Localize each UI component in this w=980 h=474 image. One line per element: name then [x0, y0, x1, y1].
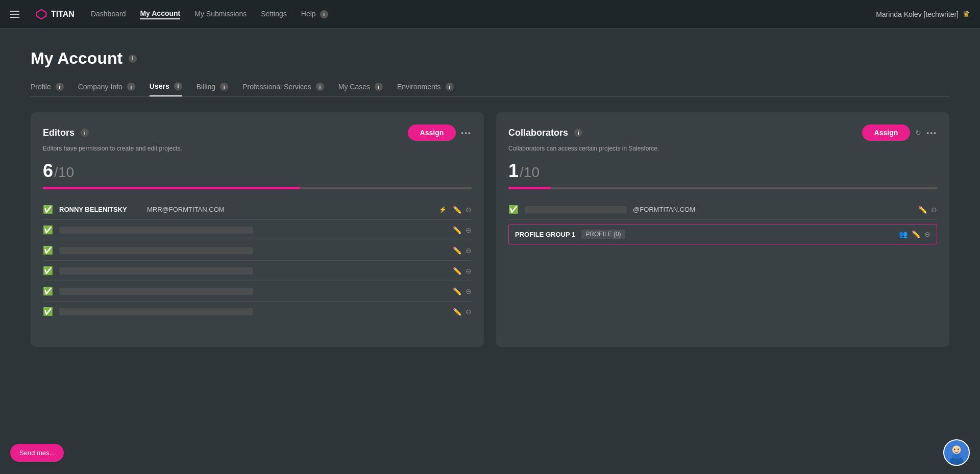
tab-billing[interactable]: Billing i: [197, 82, 228, 96]
tab-cases-info[interactable]: i: [375, 83, 383, 91]
collaborators-progress-bg: [508, 187, 937, 189]
editor-row-3: ✅ ✏️ ⊖: [43, 240, 472, 261]
editor-edit-6[interactable]: ✏️: [453, 308, 461, 316]
editor-remove-1[interactable]: ⊖: [465, 206, 472, 214]
nav-my-submissions[interactable]: My Submissions: [194, 10, 247, 19]
tab-company-info[interactable]: Company Info i: [78, 82, 135, 96]
nav-dashboard[interactable]: Dashboard: [91, 10, 126, 19]
collaborators-total: /10: [520, 164, 540, 181]
editor-blurred-3: [59, 247, 253, 254]
collaborators-title-row: Collaborators i: [508, 128, 582, 138]
page-title-info-icon[interactable]: i: [129, 55, 137, 63]
tab-env-info[interactable]: i: [446, 83, 454, 91]
tab-company-info-icon[interactable]: i: [127, 83, 135, 91]
editor-edit-4[interactable]: ✏️: [453, 267, 461, 275]
lightning-icon-1: ⚡: [439, 206, 447, 213]
editors-description: Editors have permission to create and ed…: [43, 145, 472, 152]
check-icon-5: ✅: [43, 286, 53, 296]
svg-rect-4: [953, 454, 961, 459]
collab-check-1: ✅: [508, 205, 519, 214]
editors-title-row: Editors i: [43, 128, 89, 138]
collaborators-title: Collaborators: [508, 128, 568, 138]
tab-billing-info[interactable]: i: [220, 83, 228, 91]
top-navigation: TITAN Dashboard My Account My Submission…: [0, 0, 980, 29]
check-icon-3: ✅: [43, 245, 53, 255]
nav-my-account[interactable]: My Account: [140, 9, 180, 19]
editors-header: Editors i Assign: [43, 124, 472, 141]
profile-group-remove-btn[interactable]: ⊖: [924, 230, 930, 238]
editor-edit-1[interactable]: ✏️: [453, 206, 461, 214]
editor-name-1: RONNY BELENITSKY: [59, 206, 141, 213]
editor-actions-1: ✏️ ⊖: [453, 206, 472, 214]
help-avatar[interactable]: [943, 439, 970, 466]
user-name: Marinda Kolev [techwriter]: [876, 10, 959, 18]
profile-group-actions-1: 👥 ✏️ ⊖: [899, 230, 930, 238]
editor-edit-5[interactable]: ✏️: [453, 287, 461, 295]
nav-links: Dashboard My Account My Submissions Sett…: [91, 9, 860, 19]
svg-point-6: [958, 448, 959, 450]
svg-marker-0: [37, 9, 46, 18]
collaborators-refresh-button[interactable]: ↻: [915, 129, 921, 137]
collaborators-assign-button[interactable]: Assign: [862, 124, 911, 141]
editor-blurred-2: [59, 227, 253, 234]
collaborators-count: 1: [508, 160, 519, 182]
profile-group-users-btn[interactable]: 👥: [899, 230, 908, 238]
editor-remove-5[interactable]: ⊖: [465, 287, 472, 295]
tab-professional-services[interactable]: Professional Services i: [242, 82, 324, 96]
editor-actions-3: ✏️ ⊖: [453, 246, 472, 255]
nav-settings[interactable]: Settings: [261, 10, 287, 19]
collaborators-header: Collaborators i Assign ↻: [508, 124, 937, 141]
collab-remove-1[interactable]: ⊖: [931, 206, 937, 214]
help-info-icon[interactable]: i: [320, 10, 328, 18]
editor-row-2: ✅ ✏️ ⊖: [43, 220, 472, 240]
collaborator-row-1: ✅ @FORMTITAN.COM ✏️ ⊖: [508, 199, 937, 220]
tab-environments[interactable]: Environments i: [397, 82, 454, 96]
editors-actions: Assign: [408, 124, 472, 141]
user-panels: Editors i Assign Editors have permission…: [31, 112, 949, 347]
sub-tabs: Profile i Company Info i Users i Billing…: [31, 82, 949, 97]
collaborators-more-button[interactable]: [926, 128, 937, 137]
profile-group-row-1: PROFILE GROUP 1 PROFILE (0) 👥 ✏️ ⊖: [508, 224, 937, 244]
editors-more-button[interactable]: [461, 128, 472, 137]
profile-group-edit-btn[interactable]: ✏️: [912, 230, 920, 238]
collab-actions-1: ✏️ ⊖: [918, 206, 937, 214]
editor-blurred-4: [59, 267, 253, 275]
editors-info-icon[interactable]: i: [81, 129, 89, 137]
tab-ps-info[interactable]: i: [316, 83, 324, 91]
editor-row-6: ✅ ✏️ ⊖: [43, 302, 472, 321]
editors-progress-bg: [43, 187, 472, 189]
editor-actions-6: ✏️ ⊖: [453, 308, 472, 316]
editor-row-5: ✅ ✏️ ⊖: [43, 281, 472, 302]
collaborators-info-icon[interactable]: i: [574, 129, 582, 137]
editors-panel: Editors i Assign Editors have permission…: [31, 112, 484, 347]
editor-edit-2[interactable]: ✏️: [453, 226, 461, 234]
editor-remove-3[interactable]: ⊖: [465, 246, 472, 255]
tab-users[interactable]: Users i: [150, 82, 182, 96]
editor-blurred-5: [59, 288, 253, 295]
check-icon-6: ✅: [43, 307, 53, 316]
collab-blurred-name-1: [525, 206, 627, 213]
editor-remove-2[interactable]: ⊖: [465, 226, 472, 234]
collab-edit-1[interactable]: ✏️: [918, 206, 927, 214]
profile-tag-1: PROFILE (0): [581, 230, 625, 239]
editor-remove-6[interactable]: ⊖: [465, 308, 472, 316]
collaborators-description: Collaborators can access certain project…: [508, 145, 937, 152]
editor-blurred-6: [59, 308, 253, 315]
editors-title: Editors: [43, 128, 75, 138]
svg-point-5: [954, 448, 955, 450]
collaborators-progress-fill: [508, 187, 551, 189]
chat-button[interactable]: Send mes...: [10, 444, 64, 462]
editor-remove-4[interactable]: ⊖: [465, 267, 472, 275]
tab-users-info[interactable]: i: [174, 82, 182, 90]
tab-my-cases[interactable]: My Cases i: [338, 82, 383, 96]
editor-edit-3[interactable]: ✏️: [453, 246, 461, 255]
editors-total: /10: [54, 164, 74, 181]
hamburger-menu[interactable]: [10, 11, 19, 18]
nav-help[interactable]: Help: [301, 10, 316, 19]
tab-profile-info[interactable]: i: [56, 83, 64, 91]
editors-assign-button[interactable]: Assign: [408, 124, 456, 141]
editors-count: 6: [43, 160, 53, 182]
collaborators-actions: Assign ↻: [862, 124, 937, 141]
profile-group-label-1: PROFILE GROUP 1: [515, 231, 575, 238]
tab-profile[interactable]: Profile i: [31, 82, 64, 96]
